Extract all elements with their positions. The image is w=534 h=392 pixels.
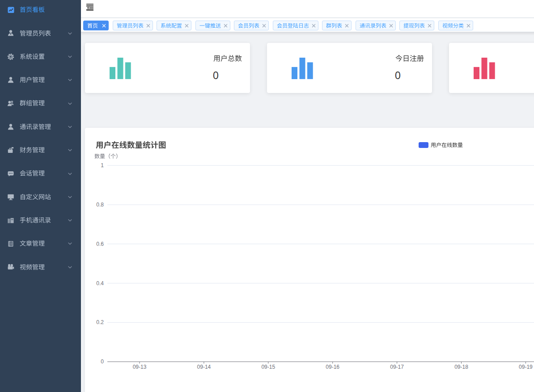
svg-text:0: 0 (101, 358, 104, 365)
svg-text:0: 0 (395, 70, 401, 81)
svg-text:0.2: 0.2 (96, 319, 104, 325)
svg-text:09-13: 09-13 (132, 364, 146, 370)
svg-text:09-14: 09-14 (197, 364, 211, 370)
svg-text:09-15: 09-15 (261, 364, 275, 370)
svg-text:0.8: 0.8 (96, 202, 104, 208)
svg-text:0.4: 0.4 (96, 280, 104, 286)
svg-text:0.6: 0.6 (96, 240, 104, 247)
svg-text:09-18: 09-18 (454, 364, 468, 370)
svg-text:09-19: 09-19 (519, 364, 533, 370)
svg-text:0: 0 (213, 70, 219, 81)
svg-text:09-17: 09-17 (390, 364, 404, 370)
svg-text:09-16: 09-16 (326, 364, 339, 370)
svg-text:1: 1 (101, 162, 104, 169)
